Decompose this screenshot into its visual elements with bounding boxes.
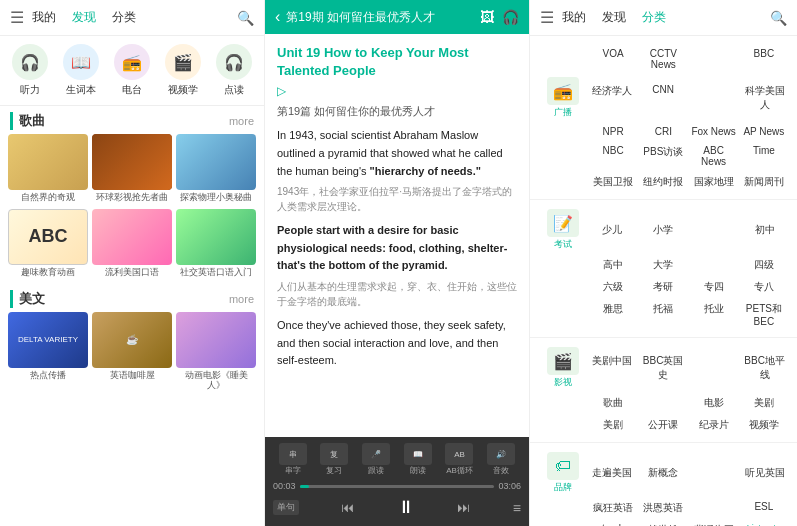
play-icon[interactable]: ▷ — [277, 84, 517, 98]
progress-fill — [300, 485, 310, 488]
list-item[interactable]: 探索物理小奥秘曲 — [176, 134, 256, 203]
left-header: ☰ 我的 发现 分类 🔍 — [0, 0, 264, 36]
list-item[interactable]: 自然界的奇观 — [8, 134, 88, 203]
player-control-ab[interactable]: AB AB循环 — [440, 443, 480, 476]
exam-icon: 📝 — [547, 209, 579, 237]
prev-button[interactable]: ⏮ — [341, 500, 354, 515]
image-icon[interactable]: 🖼 — [480, 9, 494, 25]
back-icon[interactable]: ‹ — [275, 8, 280, 26]
brand-row-3: step by step 赖世雄 背诵为王 Listen to this — [530, 519, 797, 526]
radio-row-1: 📻 广播 经济学人 CNN 科学美国人 — [530, 74, 797, 122]
right-content: VOA CCTV News BBC 📻 广播 经济学人 CNN — [530, 36, 797, 526]
category-exam: 📝 考试 少儿 小学 初中 高中 大学 四级 — [530, 200, 797, 338]
right-nav-my[interactable]: 我的 — [562, 9, 586, 26]
category-brand: 🏷 品牌 走遍美国 新概念 听见英国 疯狂英语 洪恩英语 ESL — [530, 443, 797, 526]
search-icon[interactable]: 🔍 — [237, 10, 254, 26]
exam-row-3: 六级 考研 专四 专八 — [530, 276, 797, 298]
right-panel: ☰ 我的 发现 分类 🔍 VOA CCTV News BBC — [530, 0, 797, 526]
exam-row-2: 高中 大学 四级 — [530, 254, 797, 276]
play-pause-button[interactable]: ⏸ — [397, 497, 415, 518]
exam-row-1: 📝 考试 少儿 小学 初中 — [530, 206, 797, 254]
songs-grid: 自然界的奇观 环球彩视抢先者曲 探索物理小奥秘曲 — [0, 134, 264, 209]
player-thumbnails: 串 串字 复 复习 🎤 跟读 📖 朗读 AB AB循环 🔊 音效 — [273, 443, 521, 476]
left-nav: 我的 发现 分类 — [32, 9, 136, 26]
right-nav-discover[interactable]: 发现 — [602, 9, 626, 26]
progress-bar[interactable]: 00:03 03:06 — [273, 481, 521, 491]
paragraph-3-en: Once they've achieved those, they seek s… — [277, 317, 517, 370]
list-item[interactable]: 流利美国口语 — [92, 209, 172, 278]
list-item[interactable]: 社交英语口语入门 — [176, 209, 256, 278]
player-control-follow[interactable]: 🎤 跟读 — [356, 443, 396, 476]
category-radio: VOA CCTV News BBC 📻 广播 经济学人 CNN — [530, 36, 797, 200]
right-nav-category[interactable]: 分类 — [642, 9, 666, 26]
mewen-grid: DELTA VARIETY 热点传播 ☕ 英语咖啡屋 动画电影《睡美人》 — [0, 312, 264, 398]
icon-video[interactable]: 🎬 视频学 — [165, 44, 201, 97]
more-options-icon[interactable]: ≡ — [513, 500, 521, 516]
radio-row-4: 美国卫报 纽约时报 国家地理 新闻周刊 — [530, 171, 797, 193]
player-control-chuanzi[interactable]: 串 串字 — [273, 443, 313, 476]
player-control-read[interactable]: 📖 朗读 — [398, 443, 438, 476]
listen-to-this[interactable]: Listen to this — [739, 521, 789, 526]
film-row-2: 歌曲 电影 美剧 — [530, 392, 797, 414]
brand-row-2: 疯狂英语 洪恩英语 ESL — [530, 497, 797, 519]
icon-radio[interactable]: 📻 电台 — [114, 44, 150, 97]
header-icons: 🖼 🎧 — [480, 9, 519, 25]
nav-my[interactable]: 我的 — [32, 9, 56, 26]
next-button[interactable]: ⏭ — [457, 500, 470, 515]
songs-grid-2: ABC 趣味教育动画 流利美国口语 社交英语口语入门 — [0, 209, 264, 284]
list-item[interactable]: 环球彩视抢先者曲 — [92, 134, 172, 203]
film-row-1: 🎬 影视 美剧中国 BBC英国史 BBC地平线 — [530, 344, 797, 392]
category-film: 🎬 影视 美剧中国 BBC英国史 BBC地平线 歌曲 电影 美剧 — [530, 338, 797, 443]
menu-icon[interactable]: ☰ — [10, 8, 24, 27]
article-title-cn: 第19篇 如何留住你的最优秀人才 — [277, 104, 517, 119]
paragraph-1-en: In 1943, social scientist Abraham Maslow… — [277, 127, 517, 180]
time-current: 00:03 — [273, 481, 296, 491]
article-content: Unit 19 How to Keep Your Most Talented P… — [265, 34, 529, 437]
player-control-sound[interactable]: 🔊 音效 — [481, 443, 521, 476]
radio-row-3: NBC PBS访谈 ABC News Time — [530, 141, 797, 171]
article-header: ‹ 第19期 如何留住最优秀人才 🖼 🎧 — [265, 0, 529, 34]
brand-icon: 🏷 — [547, 452, 579, 480]
middle-panel: ‹ 第19期 如何留住最优秀人才 🖼 🎧 Unit 19 How to Keep… — [265, 0, 530, 526]
radio-icon: 📻 — [547, 77, 579, 105]
paragraph-2-en: People start with a desire for basic phy… — [277, 222, 517, 275]
list-item[interactable]: ABC 趣味教育动画 — [8, 209, 88, 278]
exam-row-4: 雅思 托福 托业 PETS和BEC — [530, 298, 797, 331]
film-row-3: 美剧 公开课 纪录片 视频学 — [530, 414, 797, 436]
list-item[interactable]: ☕ 英语咖啡屋 — [92, 312, 172, 392]
right-search-icon[interactable]: 🔍 — [770, 10, 787, 26]
brand-row-1: 🏷 品牌 走遍美国 新概念 听见英国 — [530, 449, 797, 497]
list-item[interactable]: DELTA VARIETY 热点传播 — [8, 312, 88, 392]
icon-listening[interactable]: 🎧 听力 — [12, 44, 48, 97]
paragraph-1-cn: 1943年，社会学家亚伯拉罕·马斯洛提出了金字塔式的人类需求层次理论。 — [277, 184, 517, 214]
icon-row: 🎧 听力 📖 生词本 📻 电台 🎬 视频学 🎧 点读 — [0, 36, 264, 106]
right-menu-icon[interactable]: ☰ — [540, 8, 554, 27]
nav-category[interactable]: 分类 — [112, 9, 136, 26]
right-header: ☰ 我的 发现 分类 🔍 — [530, 0, 797, 36]
player-bar: 串 串字 复 复习 🎤 跟读 📖 朗读 AB AB循环 🔊 音效 — [265, 437, 529, 526]
nav-discover[interactable]: 发现 — [72, 9, 96, 26]
article-title-en: Unit 19 How to Keep Your Most Talented P… — [277, 44, 517, 80]
headphone-icon[interactable]: 🎧 — [502, 9, 519, 25]
icon-vocab[interactable]: 📖 生词本 — [63, 44, 99, 97]
player-mode-tag[interactable]: 单句 — [273, 500, 299, 515]
paragraph-2-cn: 人们从基本的生理需求求起，穿、衣、住开始，这些位于金字塔的最底端。 — [277, 279, 517, 309]
left-panel: ☰ 我的 发现 分类 🔍 🎧 听力 📖 生词本 📻 电台 🎬 视频学 🎧 点读 — [0, 0, 265, 526]
right-nav: 我的 发现 分类 — [562, 9, 666, 26]
progress-track[interactable] — [300, 485, 495, 488]
film-icon: 🎬 — [547, 347, 579, 375]
icon-read[interactable]: 🎧 点读 — [216, 44, 252, 97]
list-item[interactable]: 动画电影《睡美人》 — [176, 312, 256, 392]
player-controls: 单句 ⏮ ⏸ ⏭ ≡ — [273, 495, 521, 520]
player-control-review[interactable]: 复 复习 — [315, 443, 355, 476]
radio-row-2: NPR CRI Fox News AP News — [530, 122, 797, 141]
radio-top-row: VOA CCTV News BBC — [530, 42, 797, 74]
section-songs-header: 歌曲 more — [0, 106, 264, 134]
section-mewen-header: 美文 more — [0, 284, 264, 312]
time-total: 03:06 — [498, 481, 521, 491]
